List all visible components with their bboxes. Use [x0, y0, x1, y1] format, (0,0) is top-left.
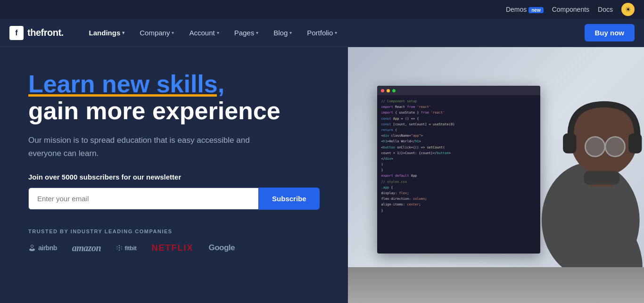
chevron-down-icon: ▾ [256, 30, 258, 35]
airbnb-icon [28, 244, 36, 252]
brand-fitbit: fitbit [116, 245, 136, 252]
logo-text: thefront. [27, 27, 64, 38]
nav-item-pages[interactable]: Pages ▾ [228, 25, 265, 41]
hero-subtext: Our mission is to spread education that … [28, 134, 273, 159]
nav-item-account[interactable]: Account ▾ [182, 25, 225, 41]
brand-netflix: NETFLIX [151, 243, 193, 253]
dot-red [381, 89, 384, 92]
nav-item-company[interactable]: Company ▾ [133, 25, 181, 41]
hero-image-bg: // Component setup import React from 're… [348, 47, 644, 303]
svg-point-12 [585, 137, 605, 157]
brand-google: Google [208, 243, 235, 253]
navbar: f thefront. Landings ▾ Company ▾ Account… [0, 19, 644, 47]
chevron-down-icon: ▾ [172, 30, 174, 35]
hero-section: Learn new skills, gain more experience O… [0, 47, 644, 303]
hero-image: // Component setup import React from 're… [348, 47, 644, 303]
svg-point-5 [121, 246, 122, 247]
newsletter-label: Join over 5000 subscribers for our newsl… [28, 173, 320, 181]
top-bar: Demosnew Components Docs ☀ [0, 0, 644, 19]
svg-point-4 [117, 249, 118, 250]
email-subscribe-row: Subscribe [28, 188, 320, 210]
hero-headline-white: gain more experience [28, 98, 320, 124]
trusted-label: TRUSTED BY INDUSTRY LEADING COMPANIES [28, 229, 320, 234]
svg-point-2 [119, 250, 120, 251]
docs-link[interactable]: Docs [598, 6, 613, 13]
theme-toggle-button[interactable]: ☀ [621, 3, 635, 16]
svg-rect-10 [563, 133, 576, 154]
nav-item-portfolio[interactable]: Portfolio ▾ [300, 25, 344, 41]
svg-rect-11 [628, 133, 642, 154]
sun-icon: ☀ [625, 6, 631, 13]
logo[interactable]: f thefront. [9, 26, 64, 40]
chevron-down-icon: ▾ [289, 30, 292, 35]
chevron-down-icon: ▾ [335, 30, 337, 35]
person-silhouette [392, 60, 644, 303]
hero-headline-blue: Learn new skills, [28, 71, 320, 98]
svg-point-8 [570, 105, 637, 176]
nav-item-landings[interactable]: Landings ▾ [83, 25, 132, 41]
dot-yellow [387, 89, 390, 92]
hero-content: Learn new skills, gain more experience O… [0, 47, 348, 303]
brand-airbnb: airbnb [28, 244, 57, 252]
logo-icon: f [9, 26, 24, 40]
email-input[interactable] [28, 188, 259, 210]
brand-amazon: amazon [72, 243, 101, 254]
svg-point-6 [121, 249, 122, 250]
new-badge: new [528, 7, 543, 13]
desk-surface [348, 267, 644, 303]
svg-point-0 [119, 245, 120, 246]
fitbit-icon [116, 245, 123, 251]
demos-link[interactable]: Demosnew [506, 6, 544, 13]
svg-point-1 [119, 247, 120, 248]
svg-point-13 [605, 137, 625, 157]
svg-point-3 [117, 246, 118, 247]
nav-links: Landings ▾ Company ▾ Account ▾ Pages ▾ B… [83, 25, 585, 41]
buy-now-button[interactable]: Buy now [585, 24, 635, 41]
brand-logos: airbnb amazon fitbit NETFLIX Google [28, 243, 320, 254]
svg-rect-17 [584, 172, 619, 185]
demos-label: Demos [506, 6, 527, 13]
subscribe-button[interactable]: Subscribe [259, 188, 320, 210]
chevron-down-icon: ▾ [217, 30, 219, 35]
chevron-down-icon: ▾ [122, 30, 124, 35]
nav-item-blog[interactable]: Blog ▾ [267, 25, 298, 41]
components-link[interactable]: Components [552, 6, 589, 13]
